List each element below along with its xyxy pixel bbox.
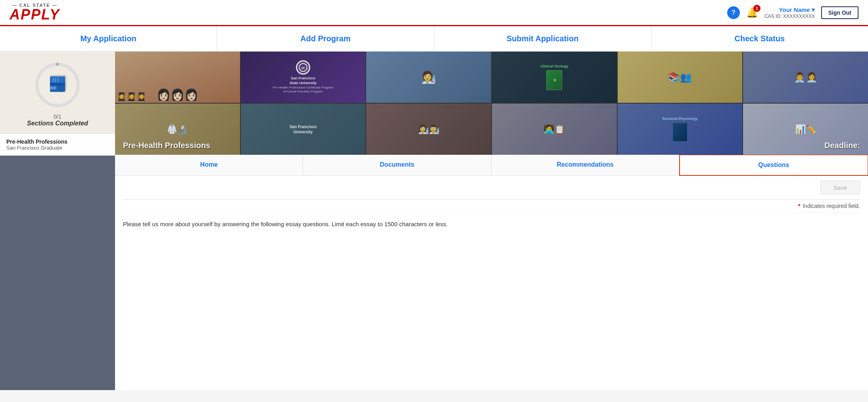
program-campus: San Francisco Graduate: [6, 145, 109, 151]
progress-circle: [34, 61, 81, 109]
collage-photo-2: SF San Francisco State University Pre-He…: [241, 52, 366, 103]
collage-photo-6: 👨‍💼👩‍💼: [743, 52, 868, 103]
notification-bell[interactable]: 🔔 1: [746, 7, 758, 18]
collage-photo-1: 👩🏻👩🏻👩🏻: [115, 52, 240, 103]
content-area: 👩🏻👩🏻👩🏻 SF San Francisco State University…: [115, 52, 868, 390]
collage-photo-5: 📚👥: [618, 52, 743, 103]
program-name: Pre-Health Professions: [6, 138, 109, 145]
tab-documents[interactable]: Documents: [303, 155, 491, 175]
user-info[interactable]: Your Name ▾ CAS ID: XXXXXXXXXX: [764, 6, 815, 19]
nav-add-program[interactable]: Add Program: [217, 26, 434, 51]
cas-id: CAS ID: XXXXXXXXXX: [764, 13, 815, 19]
progress-text: 0/1 Sections Completed: [27, 113, 88, 127]
progress-fraction: 0/1: [27, 113, 88, 120]
sidebar-progress: 0/1 Sections Completed: [0, 52, 115, 133]
sfsu-subtitle-text: State University: [290, 81, 317, 86]
progress-label: Sections Completed: [27, 120, 88, 127]
required-notice: * Indicates required field.: [123, 199, 860, 212]
program-subtitle-text: Pre-Health Professions Certificate Progr…: [273, 86, 333, 90]
program-formal-text: A Formal Post-Bac Program: [283, 90, 323, 94]
save-bar: Save: [123, 176, 860, 199]
sidebar: 0/1 Sections Completed Pre-Health Profes…: [0, 52, 115, 390]
logo-apply-text: APPLY: [10, 8, 60, 22]
sfsu-name-text: San Francisco: [291, 76, 315, 81]
header: — CAL STATE — APPLY ? 🔔 1 Your Name ▾ CA…: [0, 0, 868, 26]
required-text: Indicates required field.: [803, 203, 860, 209]
notification-badge: 1: [753, 5, 760, 12]
user-name: Your Name ▾: [779, 6, 815, 13]
sign-out-button[interactable]: Sign Out: [821, 6, 858, 19]
book1-text: Clinical Virology: [540, 64, 568, 69]
nav-submit-application[interactable]: Submit Application: [434, 26, 651, 51]
sidebar-program[interactable]: Pre-Health Professions San Francisco Gra…: [0, 133, 115, 156]
svg-text:SF: SF: [301, 66, 305, 70]
book-icon: [48, 73, 67, 95]
questions-content: Save * Indicates required field. Please …: [115, 176, 868, 240]
program-tabs: Home Documents Recommendations Questions: [115, 155, 868, 176]
svg-point-9: [299, 63, 307, 71]
help-icon[interactable]: ?: [727, 6, 740, 19]
collage-photo-3: 🧑‍🔬: [366, 52, 491, 103]
collage-deadline: Deadline:: [824, 141, 860, 150]
tab-recommendations[interactable]: Recommendations: [492, 155, 680, 175]
essay-intro: Please tell us more about yourself by an…: [123, 212, 860, 232]
collage-program-title: Pre-Health Professions: [123, 141, 210, 150]
asterisk-icon: *: [798, 203, 800, 209]
logo[interactable]: — CAL STATE — APPLY: [10, 3, 60, 22]
header-right: ? 🔔 1 Your Name ▾ CAS ID: XXXXXXXXXX Sig…: [727, 6, 858, 19]
tab-home[interactable]: Home: [115, 155, 303, 175]
save-button[interactable]: Save: [820, 181, 860, 194]
collage-overlay: Pre-Health Professions Deadline:: [115, 136, 868, 155]
tab-questions[interactable]: Questions: [679, 154, 868, 176]
collage-photo-4: Clinical Virology 📗: [492, 52, 617, 103]
book2-text: Bacterial Physiology: [663, 117, 698, 121]
nav-check-status[interactable]: Check Status: [651, 26, 868, 51]
nav-bar: My Application Add Program Submit Applic…: [0, 26, 868, 52]
san-francisco-text: San FranciscoUniversity: [290, 124, 317, 135]
svg-rect-4: [50, 83, 65, 86]
sidebar-bottom: [0, 156, 115, 390]
photo-collage: 👩🏻👩🏻👩🏻 SF San Francisco State University…: [115, 52, 868, 155]
nav-my-application[interactable]: My Application: [0, 26, 217, 51]
main-layout: 0/1 Sections Completed Pre-Health Profes…: [0, 52, 868, 390]
